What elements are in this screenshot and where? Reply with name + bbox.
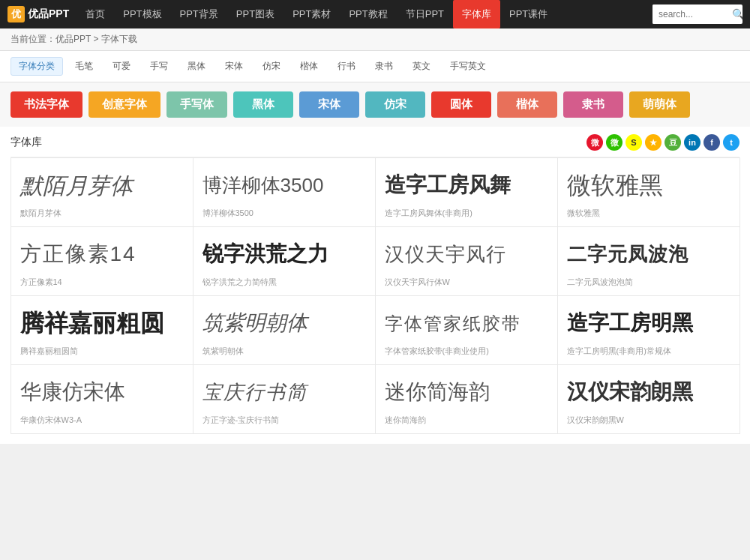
logo-icon: 优 xyxy=(8,6,25,22)
font-display-text: 汉仪天宇风行 xyxy=(385,239,548,271)
font-card[interactable]: 迷你简海韵迷你简海韵 xyxy=(375,364,558,434)
font-card[interactable]: 筑紫明朝体筑紫明朝体 xyxy=(193,295,376,365)
font-label-text: 锐字洪荒之力简特黑 xyxy=(202,277,366,288)
nav-item-PPT素材[interactable]: PPT素材 xyxy=(284,0,340,28)
font-display-text: 默陌月芽体 xyxy=(20,170,184,202)
font-grid: 默陌月芽体默陌月芽体博洋柳体3500博洋柳体3500造字工房风舞造字工房风舞体(… xyxy=(10,157,740,433)
font-display-text: 二字元凤波泡 xyxy=(567,239,730,271)
font-label-text: 汉仪宋韵朗黑W xyxy=(567,415,730,426)
category-btn-萌萌体[interactable]: 萌萌体 xyxy=(629,91,690,118)
category-btn-书法字体[interactable]: 书法字体 xyxy=(10,91,82,118)
nav-item-节日PPT[interactable]: 节日PPT xyxy=(397,0,453,28)
nav-item-字体库[interactable]: 字体库 xyxy=(453,0,500,28)
category-btn-圆体[interactable]: 圆体 xyxy=(431,91,491,118)
font-label-text: 方正字迹-宝庆行书简 xyxy=(202,415,366,426)
nav-item-PPT图表[interactable]: PPT图表 xyxy=(227,0,284,28)
font-card[interactable]: 博洋柳体3500博洋柳体3500 xyxy=(193,157,376,227)
logo-text: 优品PPT xyxy=(28,7,69,21)
font-card[interactable]: 造字工房风舞造字工房风舞体(非商用) xyxy=(375,157,558,227)
filter-tag-英文[interactable]: 英文 xyxy=(405,58,438,75)
logo[interactable]: 优 优品PPT xyxy=(8,6,69,22)
search-bar: 🔍 xyxy=(652,4,742,24)
font-card[interactable]: 方正像素14方正像素14 xyxy=(10,226,194,296)
font-display-text: 造字工房明黑 xyxy=(567,308,730,340)
filter-tag-手写[interactable]: 手写 xyxy=(142,58,176,75)
filter-tag-隶书[interactable]: 隶书 xyxy=(368,58,400,75)
filter-label[interactable]: 字体分类 xyxy=(10,57,63,76)
font-display-text: 华康仿宋体 xyxy=(20,377,184,409)
font-display-text: 微软雅黑 xyxy=(567,170,730,202)
category-btn-仿宋[interactable]: 仿宋 xyxy=(365,91,425,118)
category-btn-创意字体[interactable]: 创意字体 xyxy=(88,91,160,118)
font-label-text: 方正像素14 xyxy=(20,277,184,288)
top-navigation: 优 优品PPT 首页PPT模板PPT背景PPT图表PPT素材PPT教程节日PPT… xyxy=(0,0,750,28)
star-icon[interactable]: ★ xyxy=(645,134,662,151)
twitter-icon[interactable]: t xyxy=(723,134,740,151)
font-label-text: 字体管家纸胶带(非商业使用) xyxy=(385,346,548,357)
font-display-text: 汉仪宋韵朗黑 xyxy=(567,377,730,409)
font-card[interactable]: 造字工房明黑造字工房明黑(非商用)常规体 xyxy=(557,295,740,365)
font-display-text: 宝庆行书简 xyxy=(202,377,366,409)
font-display-text: 筑紫明朝体 xyxy=(202,308,366,340)
font-label-text: 默陌月芽体 xyxy=(20,208,184,219)
font-label-text: 造字工房明黑(非商用)常规体 xyxy=(567,346,730,357)
category-btn-宋体[interactable]: 宋体 xyxy=(299,91,359,118)
font-display-text: 造字工房风舞 xyxy=(385,170,548,202)
linkedin-icon[interactable]: in xyxy=(684,134,700,151)
social-icons: 微微S★豆inft xyxy=(586,134,740,151)
font-display-text: 锐字洪荒之力 xyxy=(202,239,366,271)
font-card[interactable]: 锐字洪荒之力锐字洪荒之力简特黑 xyxy=(193,226,376,296)
wechat-icon[interactable]: 微 xyxy=(606,134,622,151)
font-display-text: 迷你简海韵 xyxy=(385,377,548,409)
font-card[interactable]: 二字元凤波泡二字元凤波泡泡简 xyxy=(557,226,740,296)
font-card[interactable]: 默陌月芽体默陌月芽体 xyxy=(10,157,194,227)
section-title: 字体库 xyxy=(10,136,42,149)
font-label-text: 迷你简海韵 xyxy=(385,415,548,426)
facebook-icon[interactable]: f xyxy=(704,134,720,151)
font-card[interactable]: 微软雅黑微软雅黑 xyxy=(557,157,740,227)
font-card[interactable]: 宝庆行书简方正字迹-宝庆行书简 xyxy=(193,364,376,434)
snapchat-icon[interactable]: S xyxy=(626,134,642,151)
douban-icon[interactable]: 豆 xyxy=(664,134,681,151)
filter-bar: 字体分类毛笔可爱手写黑体宋体仿宋楷体行书隶书英文手写英文 xyxy=(0,51,750,82)
nav-items: 首页PPT模板PPT背景PPT图表PPT素材PPT教程节日PPT字体库PPT课件 xyxy=(76,0,652,28)
nav-item-PPT课件[interactable]: PPT课件 xyxy=(500,0,556,28)
category-btn-黑体[interactable]: 黑体 xyxy=(233,91,293,118)
font-display-text: 方正像素14 xyxy=(20,239,184,271)
font-label-text: 二字元凤波泡泡简 xyxy=(567,277,730,288)
nav-item-首页[interactable]: 首页 xyxy=(76,0,114,28)
search-input[interactable] xyxy=(652,4,728,24)
filter-tag-黑体[interactable]: 黑体 xyxy=(180,58,213,75)
category-btn-隶书[interactable]: 隶书 xyxy=(563,91,623,118)
filter-tag-仿宋[interactable]: 仿宋 xyxy=(255,58,288,75)
font-label-text: 汉仪天宇风行体W xyxy=(385,277,548,288)
main-content: 字体库 微微S★豆inft 默陌月芽体默陌月芽体博洋柳体3500博洋柳体3500… xyxy=(0,127,750,444)
breadcrumb: 当前位置：优品PPT > 字体下载 xyxy=(0,28,750,51)
font-label-text: 造字工房风舞体(非商用) xyxy=(385,208,548,219)
font-card[interactable]: 汉仪宋韵朗黑汉仪宋韵朗黑W xyxy=(557,364,740,434)
category-btn-手写体[interactable]: 手写体 xyxy=(166,91,227,118)
font-label-text: 筑紫明朝体 xyxy=(202,346,366,357)
filter-tag-毛笔[interactable]: 毛笔 xyxy=(68,58,100,75)
nav-item-PPT背景[interactable]: PPT背景 xyxy=(171,0,227,28)
font-card[interactable]: 腾祥嘉丽粗圆腾祥嘉丽粗圆简 xyxy=(10,295,194,365)
category-row: 书法字体创意字体手写体黑体宋体仿宋圆体楷体隶书萌萌体 xyxy=(0,82,750,127)
font-card[interactable]: 字体管家纸胶带字体管家纸胶带(非商业使用) xyxy=(375,295,558,365)
font-label-text: 微软雅黑 xyxy=(567,208,730,219)
filter-tag-行书[interactable]: 行书 xyxy=(330,58,363,75)
font-card[interactable]: 汉仪天宇风行汉仪天宇风行体W xyxy=(375,226,558,296)
font-display-text: 腾祥嘉丽粗圆 xyxy=(20,308,184,340)
filter-tag-可爱[interactable]: 可爱 xyxy=(105,58,138,75)
font-display-text: 博洋柳体3500 xyxy=(202,170,366,202)
search-button[interactable]: 🔍 xyxy=(728,8,742,20)
filter-tag-宋体[interactable]: 宋体 xyxy=(218,58,250,75)
font-card[interactable]: 华康仿宋体华康仿宋体W3-A xyxy=(10,364,194,434)
category-btn-楷体[interactable]: 楷体 xyxy=(497,91,557,118)
filter-tag-手写英文[interactable]: 手写英文 xyxy=(442,58,494,75)
filter-tag-楷体[interactable]: 楷体 xyxy=(292,58,326,75)
font-label-text: 博洋柳体3500 xyxy=(202,208,366,219)
font-label-text: 腾祥嘉丽粗圆简 xyxy=(20,346,184,357)
weibo-icon[interactable]: 微 xyxy=(586,134,603,151)
nav-item-PPT模板[interactable]: PPT模板 xyxy=(114,0,170,28)
nav-item-PPT教程[interactable]: PPT教程 xyxy=(340,0,396,28)
